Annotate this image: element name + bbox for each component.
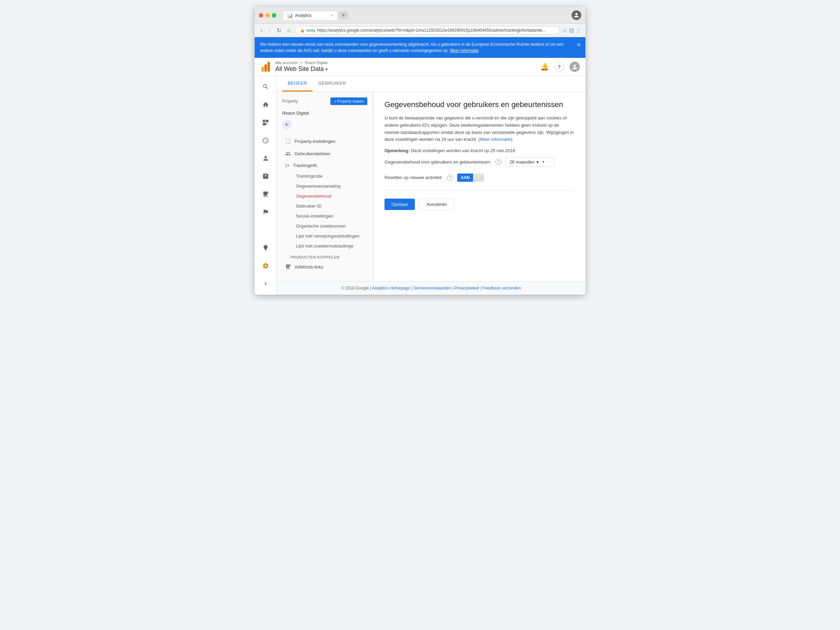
footer-copyright: © 2018 Google — [341, 286, 369, 291]
ga-logo — [260, 61, 271, 72]
sidebar-acquisition-icon[interactable] — [257, 168, 274, 184]
sidebar-audience-icon[interactable] — [257, 150, 274, 167]
gegevensbehoud-help-icon[interactable]: ? — [496, 159, 502, 165]
toggle-control[interactable]: AAN — [457, 173, 484, 182]
bookmark-icon[interactable]: ☆ — [562, 27, 567, 34]
reset-setting-row: Resetten op nieuwe activiteit: ? AAN — [385, 173, 574, 182]
nav-item-adwords-label: AdWords-links — [295, 265, 324, 269]
nav-item-property-settings-label: Property-instellingen — [295, 139, 336, 144]
sidebar-clock-icon[interactable] — [257, 132, 274, 149]
content-area: BEHEER GEBRUIKER Property + Property mak… — [277, 76, 586, 295]
nav-item-trackinginfo-label: Trackinginfo — [293, 163, 317, 168]
reset-help-icon[interactable]: ? — [447, 175, 453, 181]
sidebar-conversions-icon[interactable] — [257, 204, 274, 220]
footer-link-privacy[interactable]: Privacybeleid — [455, 286, 479, 291]
description-text: U kunt de bewaarperiode van gegevens die… — [385, 115, 574, 143]
nav-sub-gegevensbehoud[interactable]: Gegevensbehoud — [277, 191, 373, 201]
nav-item-trackinginfo[interactable]: js Trackinginfo — [277, 160, 373, 171]
tab-close-button[interactable]: × — [331, 13, 333, 17]
gegevensbehoud-label: Gegevensbehoud voor gebruikers en gebeur… — [385, 159, 491, 165]
sidebar-home-icon[interactable] — [257, 96, 274, 113]
url-text: https://analytics.google.com/analytics/w… — [317, 28, 554, 33]
dropdown-arrow-icon: ▾ — [537, 159, 539, 165]
footer-link-analytics[interactable]: Analytics Homepage — [372, 286, 410, 291]
nav-sub-gegevensverzameling[interactable]: Gegevensverzameling — [277, 181, 373, 191]
new-tab-button[interactable]: + — [339, 11, 348, 19]
nav-sub-zoekbronnen[interactable]: Organische zoekbronnen — [277, 221, 373, 231]
forward-button[interactable]: › — [267, 27, 272, 34]
tab-title: Analytics — [295, 13, 311, 18]
property-name: All Web Site Data — [275, 65, 324, 72]
svg-rect-2 — [267, 62, 270, 72]
property-selector[interactable]: All Web Site Data ▾ — [275, 65, 536, 72]
sidebar-expand-icon[interactable] — [257, 276, 274, 292]
nav-sub-sessie-instellingen[interactable]: Sessie-instellingen — [277, 211, 373, 221]
cancel-button[interactable]: Annuleren — [419, 198, 454, 210]
tab-beheer[interactable]: BEHEER — [282, 76, 313, 91]
reset-label: Resetten op nieuwe activiteit: — [385, 175, 443, 180]
sidebar-realtime-icon[interactable] — [257, 114, 274, 131]
property-dropdown-arrow[interactable]: ▾ — [325, 66, 328, 72]
more-button[interactable]: ⋮ — [576, 27, 581, 34]
breadcrumb: Alle accounts > Reach Digital — [275, 61, 536, 65]
breadcrumb-accounts-link[interactable]: Alle accounts — [275, 61, 298, 65]
maximize-window-button[interactable] — [272, 13, 276, 17]
home-button[interactable]: ⌂ — [286, 27, 292, 34]
refresh-button[interactable]: ↻ — [275, 27, 283, 35]
sidebar-behavior-icon[interactable] — [257, 186, 274, 202]
address-bar: ‹ › ↻ ⌂ 🔒 Veilig https://analytics.googl… — [254, 24, 586, 37]
tab-favicon: 📊 — [287, 13, 293, 18]
ga-header-actions: 🔔 ? — [540, 61, 580, 72]
nav-sub-gebruiker-id[interactable]: Gebruiker-ID — [277, 201, 373, 211]
secure-badge: 🔒 Veilig — [300, 28, 315, 33]
ga-header-center: Alle accounts > Reach Digital All Web Si… — [275, 61, 536, 72]
back-button-panel[interactable] — [282, 120, 292, 129]
property-make-button[interactable]: + Property maken — [330, 98, 367, 105]
sidebar-lightbulb-icon[interactable] — [257, 239, 274, 256]
url-bar[interactable]: 🔒 Veilig https://analytics.google.com/an… — [295, 26, 559, 35]
avatar[interactable] — [570, 61, 580, 72]
nav-item-adwords[interactable]: AdWords-links — [277, 261, 373, 273]
cast-icon[interactable]: ⊡ — [569, 27, 574, 34]
tab-gebruiker[interactable]: GEBRUIKER — [313, 76, 351, 91]
gegevensbehoud-setting-row: Gegevensbehoud voor gebruikers en gebeur… — [385, 158, 574, 167]
traffic-lights — [259, 13, 276, 17]
sidebar-search-icon[interactable] — [257, 79, 274, 95]
minimize-window-button[interactable] — [265, 13, 270, 17]
nav-item-user-management[interactable]: Gebruikersbeheer — [277, 147, 373, 160]
banner-close-button[interactable]: × — [577, 41, 581, 49]
close-window-button[interactable] — [259, 13, 263, 17]
address-actions: ☆ ⊡ ⋮ — [562, 27, 581, 34]
breadcrumb-separator: > — [300, 61, 303, 65]
products-section-label: PRODUCTEN KOPPELEN — [277, 251, 373, 261]
notifications-icon[interactable]: 🔔 — [540, 63, 549, 71]
save-button[interactable]: Opslaan — [385, 198, 415, 210]
admin-tabs: BEHEER GEBRUIKER — [277, 76, 586, 92]
footer-link-servicevoorwaarden[interactable]: Servicevoorwaarden — [414, 286, 451, 291]
description-link[interactable]: Meer informatie — [480, 137, 511, 142]
dropdown-value: 26 maanden — [510, 159, 534, 165]
toggle-on-label[interactable]: AAN — [457, 173, 473, 182]
admin-content: Property + Property maken Reach Digital — [277, 92, 586, 281]
nav-sub-verwijzingsuitsluitingen[interactable]: Lijst met verwijzingsuitsluitingen — [277, 231, 373, 241]
nav-sub-zoektermuitsluitingen[interactable]: Lijst met zoektermuitsluitinge — [277, 241, 373, 251]
nav-item-user-management-label: Gebruikersbeheer — [295, 151, 330, 156]
nav-item-property-settings[interactable]: Property-instellingen — [277, 135, 373, 147]
action-buttons: Opslaan Annuleren — [385, 198, 574, 210]
note-text: Opmerking: Deze instellingen worden van … — [385, 147, 574, 154]
browser-tab-analytics[interactable]: 📊 Analytics × — [283, 11, 338, 20]
svg-rect-1 — [265, 65, 267, 72]
toggle-off-area[interactable] — [473, 173, 484, 182]
help-icon[interactable]: ? — [554, 62, 564, 72]
retention-dropdown[interactable]: 26 maanden ▾ — [506, 158, 554, 167]
banner-link[interactable]: Meer informatie — [450, 48, 478, 53]
sidebar-admin-icon[interactable] — [257, 258, 274, 274]
back-button[interactable]: ‹ — [259, 27, 264, 34]
tab-bar: 📊 Analytics × + — [283, 11, 569, 20]
browser-user-icon[interactable] — [572, 10, 581, 20]
banner-text: We hebben een nieuwe versie van onze voo… — [260, 42, 564, 53]
nav-sub-trackingcode[interactable]: Trackingcode — [277, 171, 373, 181]
right-panel: Gegevensbehoud voor gebruikers en gebeur… — [374, 92, 586, 281]
browser-window: 📊 Analytics × + ‹ › ↻ ⌂ 🔒 Veilig https:/… — [254, 7, 586, 295]
footer-link-feedback[interactable]: Feedback verzenden — [482, 286, 521, 291]
